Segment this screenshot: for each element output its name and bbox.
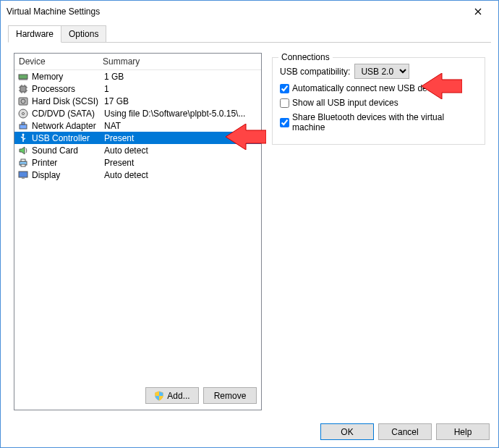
add-button-label: Add...: [167, 391, 189, 401]
svg-point-5: [22, 112, 25, 114]
usb-compat-select[interactable]: USB 2.0: [354, 64, 409, 79]
device-row[interactable]: Memory 1 GB: [14, 70, 261, 83]
uac-shield-icon: [154, 391, 164, 401]
device-name: Display: [32, 170, 101, 180]
auto-connect-option[interactable]: Automatically connect new USB devices: [280, 83, 447, 93]
device-name: Printer: [32, 158, 101, 168]
tab-options[interactable]: Options: [61, 25, 106, 43]
share-bt-option[interactable]: Share Bluetooth devices with the virtual…: [280, 112, 477, 132]
device-name: Processors: [32, 84, 101, 94]
device-list[interactable]: Device Summary Memory 1 GB Processors 1 …: [14, 54, 261, 381]
help-button[interactable]: Help: [436, 423, 490, 440]
device-summary: NAT: [101, 121, 258, 131]
device-row[interactable]: USB Controller Present: [14, 132, 261, 144]
close-button[interactable]: [464, 1, 492, 22]
sound-icon: [17, 145, 29, 156]
share-bt-label: Share Bluetooth devices with the virtual…: [292, 112, 477, 132]
device-summary: 17 GB: [101, 96, 258, 106]
share-bt-checkbox[interactable]: [280, 118, 289, 127]
device-row[interactable]: Network Adapter NAT: [14, 119, 261, 132]
show-all-label: Show all USB input devices: [292, 98, 398, 108]
list-buttons: Add... Remove: [14, 381, 261, 410]
show-all-option[interactable]: Show all USB input devices: [280, 98, 398, 108]
tab-strip: Hardware Options: [8, 25, 491, 43]
cd-icon: [17, 108, 29, 119]
net-icon: [17, 120, 29, 132]
svg-rect-13: [22, 177, 25, 179]
usb-compat-label: USB compatibility:: [280, 67, 350, 77]
printer-icon: [17, 157, 29, 169]
hardware-list-pane: Device Summary Memory 1 GB Processors 1 …: [14, 53, 262, 410]
svg-rect-10: [21, 159, 25, 161]
device-name: USB Controller: [32, 133, 101, 143]
close-icon: [474, 8, 482, 15]
svg-rect-1: [20, 86, 26, 92]
memory-icon: [17, 71, 29, 83]
header-summary[interactable]: Summary: [98, 54, 261, 69]
device-name: Hard Disk (SCSI): [32, 96, 101, 106]
cpu-icon: [17, 83, 29, 95]
list-header: Device Summary: [14, 54, 261, 70]
device-summary: Auto detect: [101, 145, 258, 156]
tab-content: Device Summary Memory 1 GB Processors 1 …: [8, 43, 491, 416]
device-name: Sound Card: [32, 145, 101, 156]
usb-icon: [17, 132, 29, 144]
titlebar: Virtual Machine Settings: [1, 1, 498, 22]
device-summary: Present: [101, 133, 258, 143]
disk-icon: [17, 96, 29, 107]
svg-rect-0: [19, 75, 27, 79]
device-name: Network Adapter: [32, 121, 101, 131]
connections-title: Connections: [278, 52, 333, 62]
svg-rect-7: [22, 122, 25, 124]
device-name: Memory: [32, 72, 101, 82]
device-row[interactable]: Hard Disk (SCSI) 17 GB: [14, 95, 261, 107]
device-name: CD/DVD (SATA): [32, 109, 101, 119]
device-row[interactable]: CD/DVD (SATA) Using file D:\Software\plp…: [14, 107, 261, 119]
dialog-body: Hardware Options Device Summary Memory 1…: [1, 22, 498, 416]
window-title: Virtual Machine Settings: [7, 7, 100, 17]
usb-compat-row: USB compatibility: USB 2.0: [280, 64, 477, 79]
device-summary: Using file D:\Software\plpbt-5.0.15\...: [101, 109, 258, 119]
cancel-button[interactable]: Cancel: [378, 423, 432, 440]
show-all-checkbox[interactable]: [280, 98, 289, 108]
device-row[interactable]: Processors 1: [14, 83, 261, 95]
device-summary: 1 GB: [101, 72, 258, 82]
svg-rect-12: [19, 172, 27, 177]
device-summary: Present: [101, 158, 258, 168]
auto-connect-checkbox[interactable]: [280, 84, 289, 93]
auto-connect-label: Automatically connect new USB devices: [292, 83, 447, 93]
display-icon: [17, 169, 29, 181]
details-pane: Connections USB compatibility: USB 2.0 A…: [272, 53, 485, 410]
remove-button[interactable]: Remove: [203, 387, 257, 404]
dialog-footer: OK Cancel Help: [1, 416, 498, 447]
svg-rect-11: [21, 164, 25, 166]
tab-hardware[interactable]: Hardware: [8, 25, 61, 43]
device-summary: 1: [101, 84, 258, 94]
svg-rect-6: [20, 124, 27, 129]
device-summary: Auto detect: [101, 170, 258, 180]
connections-group: Connections USB compatibility: USB 2.0 A…: [272, 57, 485, 145]
header-device[interactable]: Device: [14, 54, 98, 69]
add-button[interactable]: Add...: [145, 387, 199, 404]
device-row[interactable]: Printer Present: [14, 156, 261, 169]
device-row[interactable]: Sound Card Auto detect: [14, 144, 261, 156]
device-row[interactable]: Display Auto detect: [14, 169, 261, 181]
settings-window: Virtual Machine Settings Hardware Option…: [0, 0, 499, 448]
ok-button[interactable]: OK: [320, 423, 374, 440]
